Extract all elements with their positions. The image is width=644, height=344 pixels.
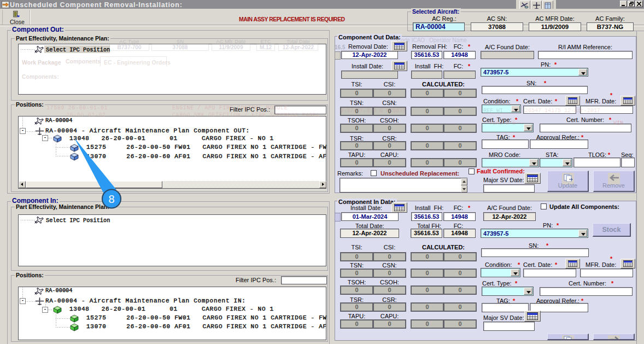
svg-text:8: 8	[108, 193, 114, 205]
